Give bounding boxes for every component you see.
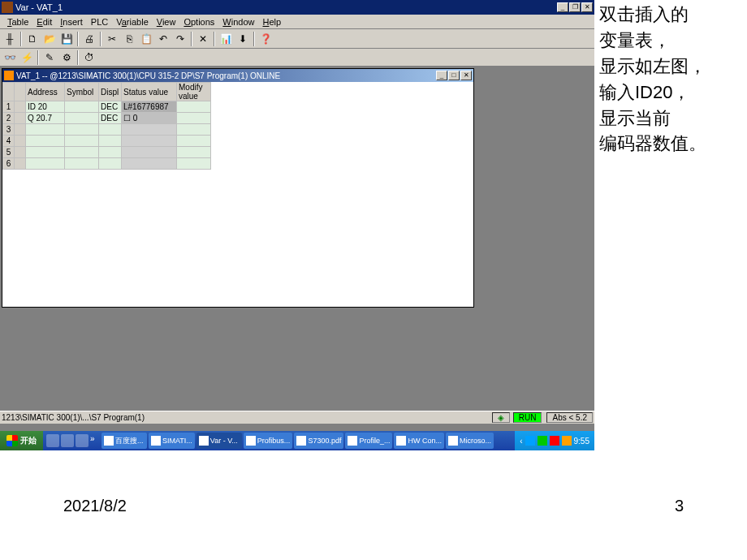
cell-status[interactable]: L#16776987 bbox=[122, 101, 177, 113]
row-marker[interactable] bbox=[15, 158, 26, 170]
ql-expand-icon[interactable]: » bbox=[90, 434, 97, 447]
new-icon[interactable]: 🗋 bbox=[24, 31, 41, 47]
row-number[interactable]: 6 bbox=[3, 158, 15, 170]
table-row[interactable]: 2Q 20.7DEC☐ 0 bbox=[3, 113, 211, 124]
col-display[interactable]: Displ bbox=[99, 83, 122, 101]
taskbar-task[interactable]: Microso... bbox=[446, 433, 494, 449]
cell-address[interactable] bbox=[26, 147, 65, 158]
cell-address[interactable] bbox=[26, 158, 65, 170]
undo-icon[interactable]: ↶ bbox=[155, 31, 171, 47]
col-status[interactable]: Status value bbox=[122, 83, 177, 101]
taskbar-task[interactable]: Var - V... bbox=[196, 433, 242, 449]
cell-status[interactable] bbox=[122, 124, 177, 136]
cell-address[interactable]: Q 20.7 bbox=[26, 113, 65, 124]
cell-address[interactable] bbox=[26, 136, 65, 147]
cell-modify[interactable] bbox=[177, 158, 211, 170]
tray-clock[interactable]: 9:55 bbox=[574, 437, 589, 446]
row-marker[interactable] bbox=[15, 113, 26, 124]
cell-status[interactable] bbox=[122, 158, 177, 170]
taskbar-task[interactable]: SIMATI... bbox=[149, 433, 195, 449]
cell-modify[interactable] bbox=[177, 147, 211, 158]
menu-options[interactable]: Options bbox=[179, 17, 218, 27]
taskbar-task[interactable]: Profibus... bbox=[244, 433, 293, 449]
redo-icon[interactable]: ↷ bbox=[172, 31, 188, 47]
help-icon[interactable]: ❓ bbox=[257, 31, 274, 47]
row-number[interactable]: 3 bbox=[3, 124, 15, 136]
menu-table[interactable]: TTableable bbox=[3, 17, 32, 27]
system-tray[interactable]: ‹ 9:55 bbox=[515, 431, 594, 450]
col-modify[interactable]: Modify value bbox=[177, 83, 211, 101]
cell-modify[interactable] bbox=[177, 136, 211, 147]
tray-icon-k[interactable] bbox=[550, 436, 559, 446]
table-row[interactable]: 6 bbox=[3, 158, 211, 170]
row-marker[interactable] bbox=[15, 136, 26, 147]
cell-address[interactable]: ID 20 bbox=[26, 101, 65, 113]
row-marker[interactable] bbox=[15, 101, 26, 113]
cell-symbol[interactable] bbox=[65, 101, 99, 113]
menu-edit[interactable]: Edit bbox=[32, 17, 56, 27]
close-button[interactable]: ✕ bbox=[581, 2, 593, 12]
taskbar-task[interactable]: S7300.pdf bbox=[294, 433, 343, 449]
cell-display[interactable] bbox=[99, 136, 122, 147]
vat-minimize-button[interactable]: _ bbox=[436, 71, 447, 80]
row-marker[interactable] bbox=[15, 147, 26, 158]
print-icon[interactable]: 🖨 bbox=[81, 31, 97, 47]
vat-window[interactable]: VAT_1 -- @1213\SIMATIC 300(1)\CPU 315-2 … bbox=[2, 68, 474, 308]
taskbar-task[interactable]: 百度搜... bbox=[101, 433, 147, 449]
col-marker[interactable] bbox=[3, 83, 15, 101]
row-marker[interactable] bbox=[15, 124, 26, 136]
row-number[interactable]: 4 bbox=[3, 136, 15, 147]
cell-modify[interactable] bbox=[177, 101, 211, 113]
separator-icon[interactable]: ╫ bbox=[2, 31, 18, 47]
save-icon[interactable]: 💾 bbox=[58, 31, 75, 47]
cell-status[interactable] bbox=[122, 136, 177, 147]
tray-icon-1[interactable] bbox=[525, 436, 535, 446]
taskbar-task[interactable]: HW Con... bbox=[394, 433, 444, 449]
col-symbol[interactable]: Symbol bbox=[65, 83, 99, 101]
tray-icon-2[interactable] bbox=[538, 436, 547, 446]
cell-status[interactable]: ☐ 0 bbox=[122, 113, 177, 124]
monitor-var-icon[interactable]: ⚡ bbox=[19, 50, 35, 66]
menu-insert[interactable]: Insert bbox=[56, 17, 87, 27]
vat-close-button[interactable]: ✕ bbox=[460, 71, 472, 80]
vat-title-bar[interactable]: VAT_1 -- @1213\SIMATIC 300(1)\CPU 315-2 … bbox=[2, 69, 473, 82]
restore-button[interactable]: ❐ bbox=[569, 2, 581, 12]
row-number[interactable]: 1 bbox=[3, 101, 15, 113]
trigger-icon[interactable]: ⏱ bbox=[81, 50, 97, 66]
minimize-button[interactable]: _ bbox=[557, 2, 568, 12]
ql-desktop-icon[interactable] bbox=[46, 434, 59, 447]
cell-status[interactable] bbox=[122, 147, 177, 158]
menu-view[interactable]: View bbox=[153, 17, 180, 27]
modify-icon[interactable]: ✎ bbox=[41, 50, 58, 66]
force-icon[interactable]: ⚙ bbox=[58, 50, 75, 66]
cell-symbol[interactable] bbox=[65, 147, 99, 158]
table-row[interactable]: 1ID 20DECL#16776987 bbox=[3, 101, 211, 113]
cell-symbol[interactable] bbox=[65, 158, 99, 170]
cell-display[interactable] bbox=[99, 147, 122, 158]
tray-icon-4[interactable] bbox=[562, 436, 572, 446]
table-row[interactable]: 3 bbox=[3, 124, 211, 136]
paste-icon[interactable]: 📋 bbox=[138, 31, 154, 47]
menu-window[interactable]: Window bbox=[218, 17, 258, 27]
title-bar[interactable]: Var - VAT_1 _ ❐ ✕ bbox=[0, 0, 594, 15]
start-button[interactable]: 开始 bbox=[0, 431, 43, 450]
cell-modify[interactable] bbox=[177, 124, 211, 136]
ql-explorer-icon[interactable] bbox=[76, 434, 89, 447]
tray-expand-icon[interactable]: ‹ bbox=[520, 437, 522, 446]
cell-display[interactable] bbox=[99, 124, 122, 136]
delete-icon[interactable]: ✕ bbox=[195, 31, 211, 47]
col-trigger[interactable] bbox=[15, 83, 26, 101]
cut-icon[interactable]: ✂ bbox=[104, 31, 120, 47]
ql-ie-icon[interactable] bbox=[61, 434, 74, 447]
vat-maximize-button[interactable]: □ bbox=[448, 71, 460, 80]
glasses-icon[interactable]: 👓 bbox=[2, 50, 18, 66]
cell-display[interactable]: DEC bbox=[99, 101, 122, 113]
taskbar-task[interactable]: Profile_... bbox=[345, 433, 392, 449]
cell-symbol[interactable] bbox=[65, 136, 99, 147]
menu-help[interactable]: Help bbox=[258, 17, 285, 27]
monitor-icon[interactable]: 📊 bbox=[218, 31, 234, 47]
cell-address[interactable] bbox=[26, 124, 65, 136]
table-row[interactable]: 4 bbox=[3, 136, 211, 147]
download-icon[interactable]: ⬇ bbox=[235, 31, 251, 47]
cell-display[interactable] bbox=[99, 158, 122, 170]
